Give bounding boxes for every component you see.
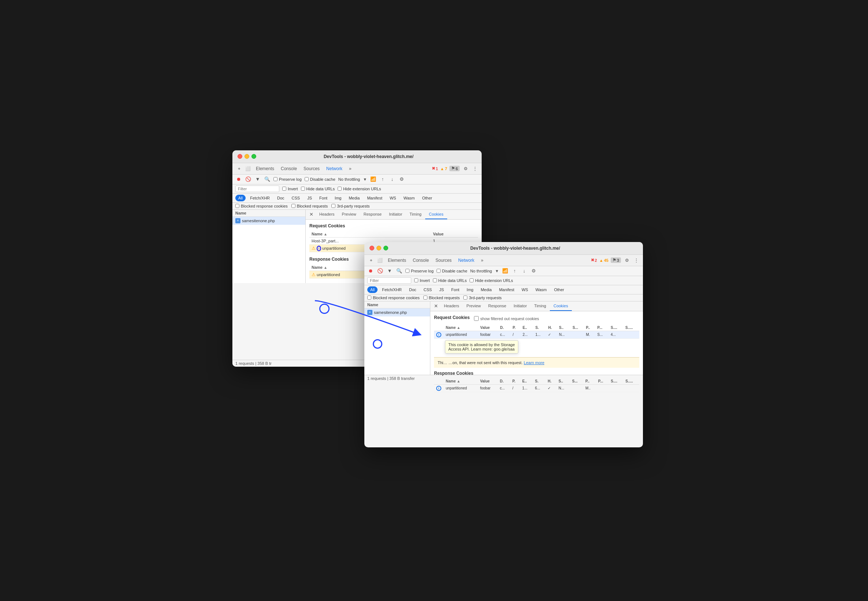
stop-icon-front[interactable]: ⏺ [367,268,374,274]
type-ws-front[interactable]: WS [519,287,531,293]
invert-label-back[interactable]: Invert [282,187,298,191]
tab-more-front[interactable]: » [478,256,486,264]
type-wasm-back[interactable]: Wasm [400,195,418,201]
col-p-front[interactable]: P. [510,325,520,331]
throttle-select-front[interactable]: No throttling [470,269,492,273]
third-party-front[interactable]: 3rd-party requests [463,296,501,300]
tab-headers-front[interactable]: Headers [440,301,463,311]
tab-sources-front[interactable]: Sources [432,256,455,264]
settings-icon-front[interactable]: ⚙ [623,257,630,264]
col-p3-front[interactable]: P... [595,325,609,331]
download-icon-front[interactable]: ↓ [521,268,527,274]
resp-col-p-front[interactable]: P. [510,378,520,384]
hide-ext-check-front[interactable] [469,278,474,282]
type-css-back[interactable]: CSS [289,195,303,201]
resp-col-s-front[interactable]: S. [533,378,546,384]
tab-response-front[interactable]: Response [484,301,510,311]
resp-col-s4-front[interactable]: S.... [609,378,623,384]
col-e-front[interactable]: E.. [521,325,533,331]
preserve-log-label-front[interactable]: Preserve log [405,269,434,273]
settings2-icon-front[interactable]: ⚙ [530,268,537,274]
file-item-front[interactable]: ≡ samesitenone.php [364,308,430,316]
resp-col-val-front[interactable]: Value [478,378,498,384]
col-s2-front[interactable]: S.. [557,325,570,331]
type-doc-front[interactable]: Doc [406,287,419,293]
upload-icon-back[interactable]: ↑ [379,176,386,183]
preserve-log-label-back[interactable]: Preserve log [273,177,302,182]
wifi-icon-back[interactable]: 📶 [370,176,376,183]
type-all-back[interactable]: All [235,195,245,201]
show-filtered-check-front[interactable] [474,316,479,321]
resp-col-p3-front[interactable]: P... [596,378,609,384]
filter-icon-back[interactable]: ▼ [254,176,261,183]
close-detail-front[interactable]: ✕ [432,302,440,310]
preserve-log-check-back[interactable] [273,177,277,181]
tab-timing-front[interactable]: Timing [530,301,550,311]
tab-cookies-front[interactable]: Cookies [550,301,572,311]
hide-ext-label-front[interactable]: Hide extension URLs [469,278,513,283]
col-s4-front[interactable]: S.... [609,325,623,331]
type-media-front[interactable]: Media [478,287,495,293]
col-val-front[interactable]: Value [478,325,498,331]
more-icon-front[interactable]: ⋮ [633,257,640,264]
type-font-front[interactable]: Font [448,287,462,293]
invert-check-back[interactable] [282,187,286,191]
type-manifest-front[interactable]: Manifest [496,287,517,293]
close-detail-back[interactable]: ✕ [307,210,315,218]
col-s5-front[interactable]: S..... [623,325,639,331]
col-d-front[interactable]: D. [498,325,510,331]
throttle-select-back[interactable]: No throttling [338,177,360,182]
resp-cookies-scroll-front[interactable]: Name ▲ Value D. P. E.. S. H. S.. S... [434,378,639,397]
type-css-front[interactable]: CSS [421,287,435,293]
resp-col-s2-front[interactable]: S.. [556,378,570,384]
disable-cache-label-back[interactable]: Disable cache [305,177,335,182]
type-ws-back[interactable]: WS [387,195,399,201]
tab-response-back[interactable]: Response [360,210,385,219]
upload-icon-front[interactable]: ↑ [511,268,518,274]
search-icon-front[interactable]: 🔍 [396,268,402,274]
blocked-req-front[interactable]: Blocked requests [423,296,460,300]
blocked-resp-front[interactable]: Blocked response cookies [367,296,420,300]
invert-label-front[interactable]: Invert [414,278,430,283]
type-other-back[interactable]: Other [419,195,435,201]
stop-icon-back[interactable]: ⏺ [235,176,242,183]
resp-col-d-front[interactable]: D. [498,378,510,384]
blocked-requests-back[interactable]: Blocked requests [291,204,328,208]
col-s-front[interactable]: S. [533,325,546,331]
hide-data-check-back[interactable] [301,187,305,191]
disable-cache-check-front[interactable] [437,269,441,273]
filter-input-back[interactable] [235,186,279,192]
invert-check-front[interactable] [414,278,418,282]
show-filtered-label-front[interactable]: show filtered out request cookies [474,316,539,321]
minimize-button-back[interactable] [245,154,249,159]
hide-data-label-front[interactable]: Hide data URLs [433,278,467,283]
type-js-back[interactable]: JS [304,195,315,201]
type-manifest-back[interactable]: Manifest [364,195,385,201]
tab-preview-front[interactable]: Preview [463,301,484,311]
type-img-back[interactable]: Img [332,195,344,201]
type-img-front[interactable]: Img [464,287,476,293]
col-s3-front[interactable]: S... [570,325,583,331]
tab-elements-front[interactable]: Elements [385,256,409,264]
resp-col-p2-front[interactable]: P.. [583,378,596,384]
type-font-back[interactable]: Font [316,195,330,201]
blocked-resp-cookies-back[interactable]: Blocked response cookies [235,204,288,208]
more-icon-back[interactable]: ⋮ [471,165,479,172]
type-wasm-front[interactable]: Wasm [533,287,550,293]
tab-console-front[interactable]: Console [410,256,432,264]
tab-sources-back[interactable]: Sources [301,165,323,173]
tab-elements-back[interactable]: Elements [253,165,277,173]
settings2-icon-back[interactable]: ⚙ [399,176,405,183]
resp-col-h-front[interactable]: H. [545,378,556,384]
tab-preview-back[interactable]: Preview [338,210,360,219]
tab-headers-back[interactable]: Headers [315,210,338,219]
type-doc-back[interactable]: Doc [274,195,287,201]
col-name-header-back[interactable]: Name ▲ [309,230,431,238]
close-button-front[interactable] [370,246,374,250]
resp-col-s3-front[interactable]: S... [570,378,583,384]
tab-console-back[interactable]: Console [278,165,300,173]
filter-input-front[interactable] [367,277,411,284]
file-item-back[interactable]: ≡ samesitenone.php [232,217,305,225]
hide-data-check-front[interactable] [433,278,437,282]
table-row[interactable]: i unpartitioned foobar c... / 2... 1... … [434,331,639,339]
